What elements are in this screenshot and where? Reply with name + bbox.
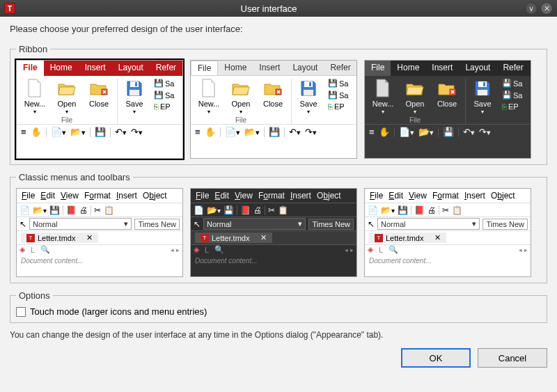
svg-rect-9 <box>478 81 487 87</box>
menubar: FileEditViewFormatInsertObject <box>17 189 182 203</box>
ok-button[interactable]: OK <box>401 348 471 368</box>
undo-icon: ↶▾ <box>115 127 127 137</box>
classic-legend: Classic menus and toolbars <box>16 172 133 182</box>
hint-text: You can change the design of the user in… <box>10 330 547 340</box>
tab-file: File <box>17 61 44 76</box>
doc-icon: T <box>26 234 35 242</box>
folder-open-icon <box>57 79 77 98</box>
svg-rect-2 <box>135 82 137 86</box>
options-legend: Options <box>16 290 53 301</box>
svg-rect-1 <box>130 81 139 87</box>
ribbon-legend: Ribbon <box>16 44 50 54</box>
svg-rect-3 <box>130 90 139 95</box>
tab-insert: Insert <box>79 61 112 76</box>
ribbon-option-dark[interactable]: File Home Insert Layout Refer New...▾ Op… <box>364 60 531 159</box>
classic-option-light-alt[interactable]: FileEditViewFormatInsertObject 📄📂▾💾📕🖨✂📋 … <box>364 188 531 277</box>
ribbon-option-red[interactable]: File Home Insert Layout Refer New. <box>16 60 183 159</box>
search-icon: 🔍 <box>40 245 50 254</box>
touch-mode-checkbox[interactable]: Touch mode (larger icons and menu entrie… <box>16 306 541 317</box>
save-as-icon: 💾 <box>154 79 164 88</box>
document-icon <box>25 79 45 98</box>
tab-home: Home <box>44 61 79 76</box>
options-section: Options Touch mode (larger icons and men… <box>10 290 547 323</box>
app-icon: T <box>4 3 15 14</box>
export-icon: ⎘ <box>154 102 159 111</box>
close-doc-button: Close <box>85 79 113 108</box>
instruction-text: Please choose your preferred design of t… <box>10 24 547 34</box>
tab-references: Refer <box>150 61 182 76</box>
svg-rect-6 <box>309 82 311 86</box>
cancel-button[interactable]: Cancel <box>478 348 547 368</box>
classic-section: Classic menus and toolbars FileEditViewF… <box>10 172 547 283</box>
redo-icon: ↷▾ <box>131 127 143 137</box>
checkbox-icon <box>16 307 26 317</box>
cursor-icon: ↖ <box>19 219 26 229</box>
side-actions: 💾Sa 💾Sa ⎘EP <box>152 79 174 111</box>
tab-layout: Layout <box>112 61 150 76</box>
minimize-button[interactable]: ∨ <box>525 2 538 15</box>
svg-rect-10 <box>483 82 485 86</box>
classic-option-light[interactable]: FileEditViewFormatInsertObject 📄📂▾💾📕🖨✂📋 … <box>16 188 183 277</box>
quick-access-toolbar: ≡ ✋ 📄▾ 📂▾ 💾 ↶▾ ↷▾ <box>17 124 182 139</box>
save-icon <box>125 79 144 98</box>
save-qat-icon: 💾 <box>95 127 106 137</box>
menu-icon: ≡ <box>21 127 26 137</box>
open-icon: 📂▾ <box>70 127 86 137</box>
save-button: Save▾ <box>120 79 148 115</box>
svg-rect-11 <box>478 90 487 95</box>
open-button: Open▾ <box>53 79 81 115</box>
ribbon-option-light[interactable]: File Home Insert Layout Refer New...▾ Op… <box>190 60 357 159</box>
ribbon-section: Ribbon File Home Insert Layout Refer <box>10 44 547 165</box>
svg-rect-7 <box>304 90 313 95</box>
window-title: User interface <box>15 3 522 14</box>
titlebar: T User interface ∨ ✕ <box>0 0 557 17</box>
save-all-icon: 💾 <box>154 91 164 100</box>
touch-icon: ✋ <box>31 127 42 137</box>
close-button[interactable]: ✕ <box>540 2 553 15</box>
new-icon: 📄▾ <box>51 127 66 137</box>
classic-option-dark[interactable]: FileEditViewFormatInsertObject 📄📂▾💾📕🖨✂📋 … <box>190 188 357 277</box>
new-button: New...▾ <box>21 79 49 115</box>
folder-close-icon <box>89 79 109 98</box>
svg-rect-5 <box>304 81 313 87</box>
